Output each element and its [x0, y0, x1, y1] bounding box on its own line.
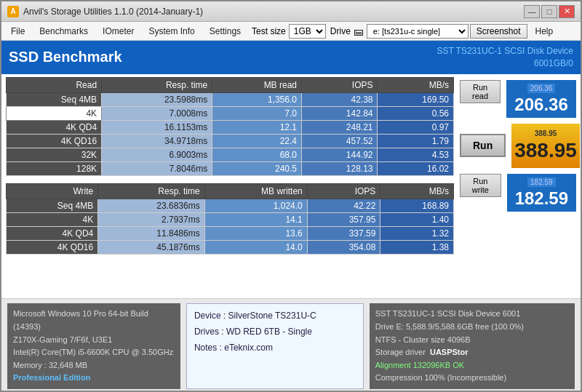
read-score-box: 206.36 206.36 — [506, 80, 576, 118]
tables-section: Read Resp. time MB read IOPS MB/s Seq 4M… — [6, 77, 454, 296]
iops-read-col-header: IOPS — [301, 77, 378, 92]
read-iops-val: 42.38 — [301, 92, 378, 106]
iops-write-col-header: IOPS — [307, 183, 380, 199]
menu-bar: File Benchmarks IOmeter System Info Sett… — [1, 22, 581, 41]
read-row-label: 4K QD16 — [7, 134, 102, 148]
menu-systeminfo[interactable]: System Info — [142, 24, 201, 39]
close-button[interactable]: ✕ — [559, 5, 575, 18]
read-mb-val: 68.0 — [212, 148, 302, 161]
storage-line5: Alignment 132096KB OK — [375, 359, 569, 372]
read-table-row: 4K QD16 34.9718ms 22.4 457.52 1.79 — [7, 134, 454, 148]
drive-select[interactable]: e: [ts231u-c single] — [367, 24, 469, 39]
resptime-col-header: Resp. time — [102, 77, 212, 92]
run-score-box: 388.95 388.95 — [511, 124, 580, 168]
read-score-number: 206.36 — [509, 95, 573, 115]
drives-line: Drives : WD RED 6TB - Single — [194, 324, 356, 340]
write-score-small: 182.59 — [527, 177, 556, 187]
device-info: SST TS231UC-1 SCSI Disk Device 6001GB/0 — [436, 45, 573, 70]
read-row-label: 32K — [7, 148, 102, 161]
minimize-button[interactable]: — — [524, 5, 540, 18]
mbs-write-col-header: MB/s — [380, 183, 454, 199]
bottom-info: Microsoft Windows 10 Pro 64-bit Build (1… — [1, 298, 581, 392]
storage-line2: Drive E: 5,588.9/5,588.6GB free (100.0%) — [375, 321, 569, 334]
mbread-col-header: MB read — [212, 77, 302, 92]
benchmark-header: SSD Benchmark SST TS231UC-1 SCSI Disk De… — [1, 41, 581, 74]
maximize-button[interactable]: □ — [541, 5, 557, 18]
write-col-header: Write — [7, 183, 98, 199]
window-controls: — □ ✕ — [524, 5, 575, 18]
read-resp-time: 6.9003ms — [102, 148, 212, 161]
write-row-label: Seq 4MB — [7, 199, 98, 212]
storage-line1: SST TS231UC-1 SCSI Disk Device 6001 — [375, 308, 569, 321]
sys-line4: Memory : 32,648 MB — [13, 359, 175, 372]
storage-line4: Storage driver Storage driver UASPStorUA… — [375, 346, 569, 359]
write-mb-val: 13.6 — [204, 226, 307, 240]
write-mbs-val: 1.40 — [380, 212, 454, 226]
read-row-label: 4K QD4 — [7, 120, 102, 134]
read-table-row: 4K QD4 16.1153ms 12.1 248.21 0.97 — [7, 120, 454, 134]
title-bar: A Anvil's Storage Utilities 1.1.0 (2014-… — [1, 1, 581, 22]
read-iops-val: 457.52 — [301, 134, 378, 148]
read-mb-val: 1,356.0 — [212, 92, 302, 106]
read-score-small: 206.36 — [527, 84, 556, 93]
read-table-row: Seq 4MB 23.5988ms 1,356.0 42.38 169.50 — [7, 92, 454, 106]
read-mbs-val: 0.97 — [378, 120, 454, 134]
test-size-label: Test size — [252, 26, 286, 36]
mbs-read-col-header: MB/s — [378, 77, 454, 92]
write-resp-time: 11.8486ms — [98, 226, 204, 240]
drive-label: Drive — [330, 26, 351, 36]
run-button[interactable]: Run — [460, 134, 506, 157]
sys-info-panel: Microsoft Windows 10 Pro 64-bit Build (1… — [7, 303, 180, 389]
drive-group: Drive 🖴 e: [ts231u-c single] — [330, 24, 469, 39]
sys-line2: Z170X-Gaming 7/F6f, U3E1 — [13, 334, 175, 347]
read-resp-time: 7.8046ms — [102, 161, 212, 175]
sys-line1: Microsoft Windows 10 Pro 64-bit Build (1… — [13, 308, 175, 333]
write-mb-val: 14.1 — [204, 212, 307, 226]
device-line: Device : SilverStone TS231U-C — [194, 308, 356, 324]
write-table-row: 4K QD4 11.8486ms 13.6 337.59 1.32 — [7, 226, 454, 240]
device-line2: 6001GB/0 — [436, 57, 573, 70]
scores-panel: Run read 206.36 206.36 Run 388.95 388.95… — [460, 77, 576, 296]
write-resp-time: 23.6836ms — [98, 199, 204, 212]
sys-line3: Intel(R) Core(TM) i5-6600K CPU @ 3.50GHz — [13, 346, 175, 359]
storage-line3: NTFS - Cluster size 4096B — [375, 334, 569, 347]
storage-info-panel: SST TS231UC-1 SCSI Disk Device 6001 Driv… — [370, 303, 575, 389]
read-mb-val: 7.0 — [212, 106, 302, 120]
run-write-row: Run write 182.59 182.59 — [460, 174, 576, 212]
menu-iometer[interactable]: IOmeter — [96, 24, 140, 39]
run-write-button[interactable]: Run write — [460, 174, 501, 197]
menu-settings[interactable]: Settings — [203, 24, 247, 39]
run-read-button[interactable]: Run read — [460, 80, 501, 103]
write-iops-val: 42.22 — [307, 199, 380, 212]
menu-file[interactable]: File — [4, 24, 31, 39]
write-row-label: 4K — [7, 212, 98, 226]
main-content: SSD Benchmark SST TS231UC-1 SCSI Disk De… — [1, 41, 581, 392]
mbwritten-col-header: MB written — [204, 183, 307, 199]
run-score-number: 388.95 — [514, 139, 577, 162]
test-size-select[interactable]: 1GB 4GB — [289, 24, 326, 39]
menu-benchmarks[interactable]: Benchmarks — [33, 24, 95, 39]
read-table-row: 4K 7.0008ms 7.0 142.84 0.56 — [7, 106, 454, 120]
read-resp-time: 7.0008ms — [102, 106, 212, 120]
write-score-box: 182.59 182.59 — [507, 174, 576, 212]
help-button[interactable]: Help — [529, 24, 560, 39]
write-score-number: 182.59 — [510, 188, 573, 209]
read-mbs-val: 0.56 — [378, 106, 454, 120]
write-table-row: Seq 4MB 23.6836ms 1,024.0 42.22 168.89 — [7, 199, 454, 212]
resptime-write-col-header: Resp. time — [98, 183, 204, 199]
read-mbs-val: 169.50 — [378, 92, 454, 106]
read-iops-val: 142.84 — [301, 106, 378, 120]
notes-line: Notes : eTeknix.com — [194, 340, 356, 356]
write-mbs-val: 1.32 — [380, 226, 454, 240]
write-iops-val: 354.08 — [307, 240, 380, 254]
device-line1: SST TS231UC-1 SCSI Disk Device — [436, 45, 573, 57]
write-table: Write Resp. time MB written IOPS MB/s Se… — [6, 183, 454, 255]
run-main-row: Run 388.95 388.95 — [460, 124, 576, 168]
run-score-small: 388.95 — [514, 129, 577, 137]
read-iops-val: 248.21 — [301, 120, 378, 134]
test-size-group: Test size 1GB 4GB — [252, 24, 326, 39]
tables-and-scores: Read Resp. time MB read IOPS MB/s Seq 4M… — [1, 74, 581, 299]
write-table-row: 4K QD16 45.1876ms 14.0 354.08 1.38 — [7, 240, 454, 254]
write-mb-val: 14.0 — [204, 240, 307, 254]
screenshot-button[interactable]: Screenshot — [470, 24, 527, 39]
